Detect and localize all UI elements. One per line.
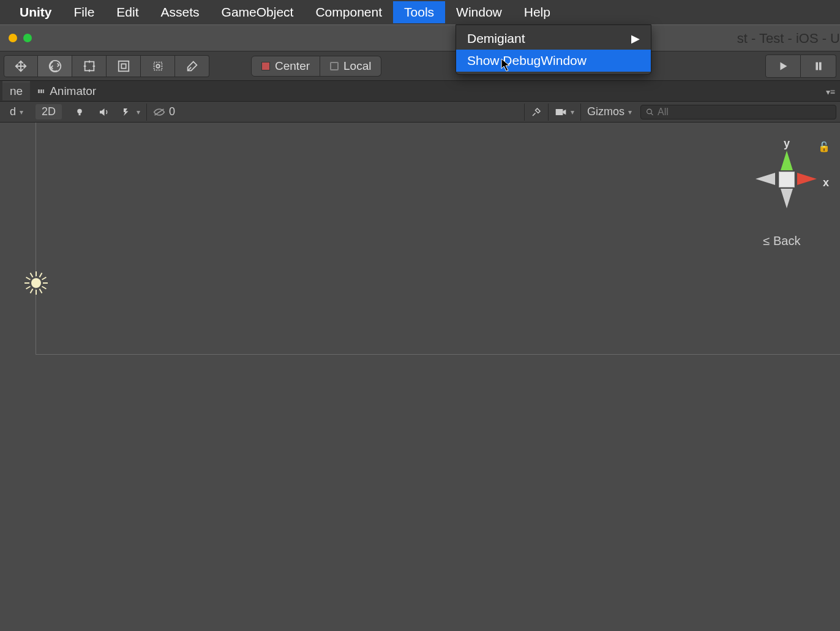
tools-dropdown: Demigiant ▶ Show DebugWindow bbox=[456, 25, 651, 75]
pivot-space-group: Center Local bbox=[251, 56, 381, 77]
chevron-down-icon: ▾ bbox=[571, 108, 574, 116]
chevron-down-icon: ▾ bbox=[628, 108, 632, 116]
scene-control-bar: d ▾ 2D ▾ 0 ▾ Gizmos ▾ bbox=[0, 102, 840, 123]
menu-tools[interactable]: Tools bbox=[393, 1, 445, 23]
panel-menu-icon[interactable]: ▾≡ bbox=[826, 87, 835, 97]
axis-y-label: y bbox=[784, 137, 790, 150]
custom-tool-button[interactable] bbox=[175, 55, 209, 77]
axis-y-cone-icon[interactable] bbox=[781, 151, 793, 170]
local-icon bbox=[330, 62, 339, 70]
rect-tool-button[interactable] bbox=[141, 55, 175, 77]
menu-brand[interactable]: Unity bbox=[9, 1, 63, 23]
fx-toggle-button[interactable]: ▾ bbox=[116, 105, 146, 119]
play-controls bbox=[765, 55, 836, 78]
audio-icon bbox=[97, 107, 110, 118]
axis-x-cone-icon[interactable] bbox=[797, 173, 817, 185]
main-toolbar: Center Local bbox=[0, 51, 840, 81]
tab-scene-label: ne bbox=[10, 85, 23, 98]
menu-help[interactable]: Help bbox=[513, 1, 561, 23]
svg-rect-8 bbox=[40, 89, 42, 93]
gizmos-dropdown[interactable]: Gizmos ▾ bbox=[580, 104, 638, 121]
hand-tool-button[interactable] bbox=[4, 55, 38, 77]
camera-settings-button[interactable]: ▾ bbox=[548, 104, 580, 121]
directional-light-gizmo[interactable] bbox=[26, 273, 47, 293]
minimize-dot-icon[interactable] bbox=[9, 34, 17, 42]
visibility-off-icon bbox=[153, 108, 165, 116]
svg-point-14 bbox=[647, 109, 652, 114]
lock-icon[interactable]: 🔓 bbox=[818, 141, 830, 153]
window-titlebar: st - Test - iOS - U bbox=[0, 25, 840, 51]
svg-rect-13 bbox=[556, 109, 563, 115]
tab-scene[interactable]: ne bbox=[2, 81, 30, 100]
tab-animator-label: Animator bbox=[50, 85, 96, 98]
pause-button[interactable] bbox=[801, 55, 836, 78]
dropdown-item-label: Demigiant bbox=[467, 31, 525, 46]
animator-icon bbox=[37, 88, 45, 95]
scale-tool-button[interactable] bbox=[107, 55, 141, 77]
svg-rect-3 bbox=[154, 62, 162, 70]
shading-mode-label: d bbox=[10, 105, 16, 118]
menu-file[interactable]: File bbox=[63, 1, 106, 23]
lightbulb-icon bbox=[74, 107, 85, 118]
chevron-down-icon: ▾ bbox=[20, 108, 23, 116]
gizmo-back-label[interactable]: Back bbox=[763, 234, 800, 248]
scene-tools-button[interactable] bbox=[524, 104, 548, 121]
transform-tool-group bbox=[4, 55, 209, 77]
panel-tabs: ne Animator ▾≡ bbox=[0, 81, 840, 102]
dropdown-item-demigiant[interactable]: Demigiant ▶ bbox=[456, 28, 651, 50]
traffic-lights bbox=[9, 34, 32, 42]
grid-line bbox=[36, 123, 36, 354]
svg-rect-2 bbox=[121, 64, 126, 68]
hidden-objects-button[interactable]: 0 bbox=[146, 104, 181, 121]
search-icon bbox=[646, 108, 654, 116]
scene-search-input[interactable] bbox=[658, 107, 831, 118]
gizmos-label: Gizmos bbox=[587, 105, 624, 118]
svg-rect-11 bbox=[79, 113, 81, 115]
pivot-label: Center bbox=[275, 59, 310, 73]
menu-edit[interactable]: Edit bbox=[105, 1, 149, 23]
toggle-2d-button[interactable]: 2D bbox=[29, 103, 68, 121]
svg-rect-0 bbox=[84, 61, 94, 70]
rotate-tool-button[interactable] bbox=[72, 55, 107, 77]
scene-viewport[interactable]: y x 🔓 Back bbox=[0, 123, 840, 631]
grid-line bbox=[36, 354, 840, 355]
space-toggle-button[interactable]: Local bbox=[320, 56, 381, 77]
svg-point-4 bbox=[156, 64, 160, 68]
center-icon bbox=[261, 62, 270, 70]
svg-rect-7 bbox=[38, 89, 40, 93]
tools-icon bbox=[531, 107, 542, 118]
space-label: Local bbox=[343, 59, 371, 73]
shading-mode-dropdown[interactable]: d ▾ bbox=[4, 104, 29, 119]
axis-x-label: x bbox=[823, 176, 829, 189]
menu-gameobject[interactable]: GameObject bbox=[211, 1, 305, 23]
dropdown-item-label: Show DebugWindow bbox=[467, 53, 587, 68]
zoom-dot-icon[interactable] bbox=[23, 34, 32, 42]
menu-component[interactable]: Component bbox=[304, 1, 393, 23]
svg-rect-9 bbox=[43, 89, 44, 93]
dropdown-item-show-debugwindow[interactable]: Show DebugWindow bbox=[456, 50, 651, 72]
scene-search[interactable] bbox=[640, 105, 836, 119]
pivot-toggle-button[interactable]: Center bbox=[251, 56, 320, 77]
audio-toggle-button[interactable] bbox=[91, 105, 116, 119]
svg-rect-6 bbox=[819, 62, 821, 70]
axis-neg-y-cone-icon[interactable] bbox=[781, 189, 793, 208]
orientation-gizmo[interactable]: y x 🔓 Back bbox=[748, 137, 828, 247]
lighting-toggle-button[interactable] bbox=[68, 105, 91, 119]
menu-assets[interactable]: Assets bbox=[150, 1, 211, 23]
hidden-count: 0 bbox=[169, 105, 175, 118]
macos-menubar: Unity File Edit Assets GameObject Compon… bbox=[0, 0, 840, 25]
svg-rect-5 bbox=[816, 62, 818, 70]
move-tool-button[interactable] bbox=[38, 55, 72, 77]
camera-icon bbox=[555, 107, 567, 117]
chevron-down-icon: ▾ bbox=[137, 108, 140, 116]
svg-line-15 bbox=[651, 113, 653, 115]
play-button[interactable] bbox=[765, 55, 801, 78]
tab-animator[interactable]: Animator bbox=[30, 82, 103, 100]
fx-icon bbox=[122, 107, 133, 118]
toggle-2d-label: 2D bbox=[36, 104, 62, 119]
menu-window[interactable]: Window bbox=[445, 1, 513, 23]
gizmo-center-cube[interactable] bbox=[779, 172, 795, 187]
axis-neg-x-cone-icon[interactable] bbox=[756, 173, 775, 185]
window-title-text: st - Test - iOS - U bbox=[737, 25, 840, 52]
svg-rect-1 bbox=[118, 61, 129, 71]
